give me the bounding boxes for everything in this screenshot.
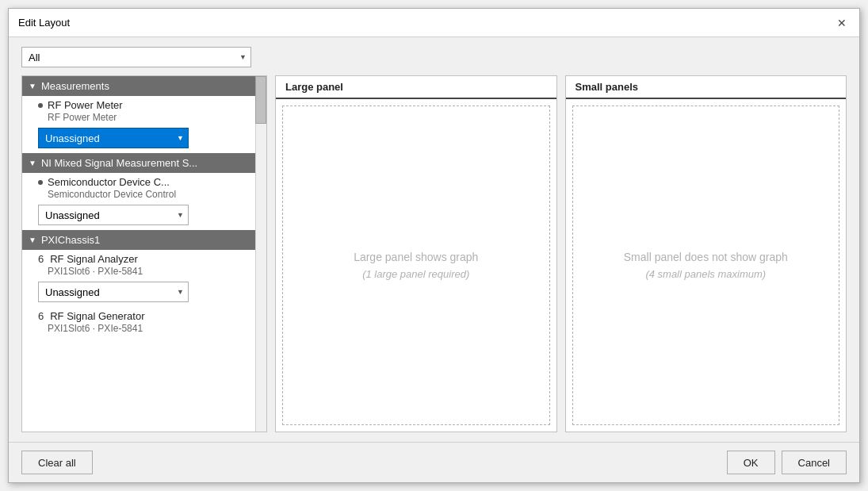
small-panels-placeholder-sub: (4 small panels maximum)	[645, 268, 766, 280]
rf-power-meter-subtitle: RF Power Meter	[38, 112, 260, 123]
dialog-body: All ▼ Measurements RF P	[9, 37, 859, 442]
rf-power-meter-dropdown-wrapper: Unassigned	[38, 128, 189, 148]
close-button[interactable]: ✕	[834, 15, 850, 31]
small-panels-placeholder-main: Small panel does not show graph	[624, 251, 788, 263]
filter-select[interactable]: All	[21, 47, 251, 67]
group-pxi-label: PXIChassis1	[41, 234, 100, 246]
cancel-button[interactable]: Cancel	[782, 451, 847, 474]
ok-button[interactable]: OK	[727, 451, 775, 474]
bullet-semiconductor-icon	[38, 180, 43, 185]
semiconductor-name: Semiconductor Device C...	[48, 176, 170, 188]
rf-analyzer-dropdown-row: Unassigned	[22, 278, 266, 307]
rf-analyzer-name: RF Signal Analyzer	[50, 253, 138, 265]
footer-right: OK Cancel	[727, 451, 847, 474]
large-panel-header: Large panel	[276, 76, 556, 99]
scrollbar-thumb[interactable]	[255, 76, 266, 124]
rf-generator-num: 6	[38, 310, 44, 322]
rf-power-meter-name: RF Power Meter	[48, 99, 123, 111]
right-panels: Large panel Large panel shows graph (1 l…	[275, 75, 847, 432]
rf-analyzer-subtitle: PXI1Slot6 · PXIe-5841	[38, 266, 260, 277]
large-panel-inner: Large panel shows graph (1 large panel r…	[282, 105, 550, 425]
group-ni-mixed-label: NI Mixed Signal Measurement S...	[41, 157, 197, 169]
rf-generator-subtitle: PXI1Slot6 · PXIe-5841	[38, 323, 260, 334]
dialog-footer: Clear all OK Cancel	[9, 442, 859, 482]
large-panel-placeholder-sub: (1 large panel required)	[362, 268, 469, 280]
chevron-pxi-icon: ▼	[29, 236, 36, 244]
large-panel-placeholder-main: Large panel shows graph	[354, 251, 478, 263]
rf-analyzer-dropdown-wrapper: Unassigned	[38, 282, 189, 302]
scrollbar-track[interactable]	[255, 76, 266, 432]
rf-analyzer-num: 6	[38, 253, 44, 265]
bullet-icon	[38, 103, 43, 108]
rf-power-meter-dropdown-row: Unassigned	[22, 125, 266, 153]
semiconductor-subtitle: Semiconductor Device Control	[38, 189, 260, 200]
group-ni-mixed[interactable]: ▼ NI Mixed Signal Measurement S...	[22, 153, 266, 173]
clear-all-button[interactable]: Clear all	[21, 451, 93, 474]
chevron-measurements-icon: ▼	[29, 82, 36, 90]
semiconductor-dropdown-row: Unassigned	[22, 201, 266, 230]
rf-generator-title: 6 RF Signal Generator	[38, 310, 260, 322]
rf-power-meter-title: RF Power Meter	[38, 99, 260, 111]
list-item-rf-analyzer: 6 RF Signal Analyzer PXI1Slot6 · PXIe-58…	[22, 250, 266, 278]
edit-layout-dialog: Edit Layout ✕ All ▼ Measurements	[8, 8, 860, 483]
semiconductor-title: Semiconductor Device C...	[38, 176, 260, 188]
list-item-rf-power-meter: RF Power Meter RF Power Meter	[22, 96, 266, 125]
semiconductor-dropdown[interactable]: Unassigned	[38, 205, 189, 225]
left-panel: ▼ Measurements RF Power Meter RF Power M…	[21, 75, 267, 432]
small-panels-header: Small panels	[566, 76, 847, 99]
small-panels-area: Small panels Small panel does not show g…	[565, 75, 847, 432]
main-content: ▼ Measurements RF Power Meter RF Power M…	[21, 75, 847, 432]
group-pxi[interactable]: ▼ PXIChassis1	[22, 230, 266, 250]
chevron-ni-mixed-icon: ▼	[29, 159, 36, 167]
semiconductor-dropdown-wrapper: Unassigned	[38, 205, 189, 225]
large-panel-area: Large panel Large panel shows graph (1 l…	[275, 75, 557, 432]
filter-select-wrapper: All	[21, 47, 251, 67]
group-measurements[interactable]: ▼ Measurements	[22, 76, 266, 96]
list-item-semiconductor: Semiconductor Device C... Semiconductor …	[22, 173, 266, 201]
list-item-rf-generator: 6 RF Signal Generator PXI1Slot6 · PXIe-5…	[22, 307, 266, 336]
filter-row: All	[21, 47, 847, 67]
rf-power-meter-dropdown[interactable]: Unassigned	[38, 128, 189, 148]
dialog-title: Edit Layout	[18, 17, 70, 29]
rf-generator-name: RF Signal Generator	[50, 310, 144, 322]
left-panel-inner: ▼ Measurements RF Power Meter RF Power M…	[22, 76, 266, 432]
title-bar: Edit Layout ✕	[9, 9, 859, 37]
rf-analyzer-title: 6 RF Signal Analyzer	[38, 253, 260, 265]
small-panels-inner: Small panel does not show graph (4 small…	[572, 105, 840, 425]
group-measurements-label: Measurements	[41, 80, 109, 92]
rf-analyzer-dropdown[interactable]: Unassigned	[38, 282, 189, 302]
